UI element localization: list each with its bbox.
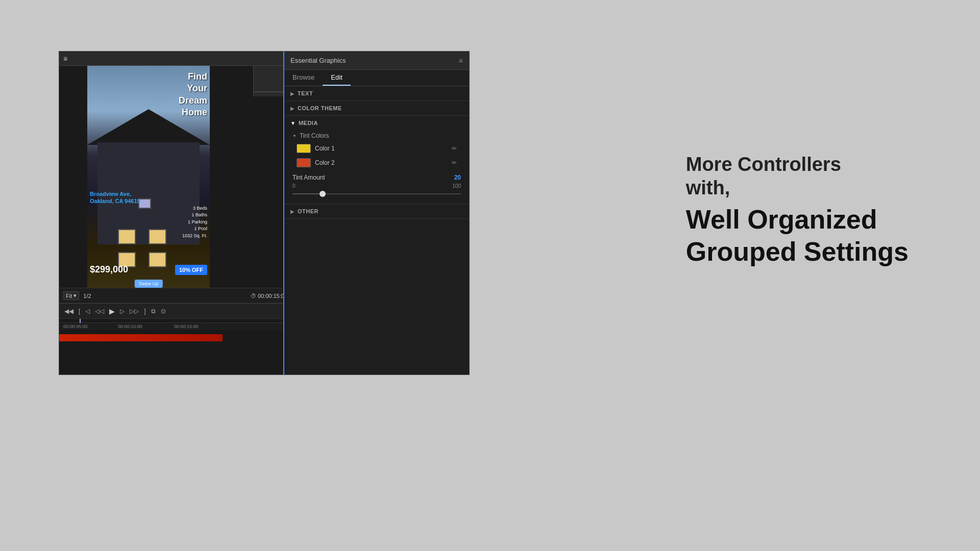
color-2-row: Color 2 ✏ xyxy=(284,156,469,170)
eg-body: ▶ TEXT ▶ COLOR THEME ▼ MEDIA ▼ Tint Colo xyxy=(284,86,469,374)
discount-badge: 10% OFF xyxy=(175,265,207,275)
section-color-theme[interactable]: ▶ COLOR THEME xyxy=(284,101,469,116)
tint-slider-fill xyxy=(292,193,323,194)
more-controllers-text: More Controllers with, xyxy=(686,153,909,199)
tint-slider-container xyxy=(292,190,461,197)
tint-colors-header[interactable]: ▼ Tint Colors xyxy=(284,130,469,141)
transport-mark-out[interactable]: ] xyxy=(143,307,146,316)
video-track[interactable] xyxy=(59,334,223,341)
property-info: Broadview Ave, Oakland, CA 94619 3 Beds … xyxy=(90,190,207,239)
timeline-controls: ◀◀ [ ◁ ◁◁ ▶ ▷ ▷▷ ] ⧉ ⊙ + xyxy=(59,304,291,319)
tint-colors-label: Tint Colors xyxy=(300,132,329,139)
transport-next-frame[interactable]: ▷ xyxy=(119,307,126,316)
transport-prev-frame[interactable]: ◁ xyxy=(84,307,91,316)
transport-fwd[interactable]: ▷▷ xyxy=(129,307,140,316)
swipe-up-button[interactable]: Swipe Up xyxy=(135,280,163,288)
right-text-panel: More Controllers with, Well Organized Gr… xyxy=(686,153,909,267)
transport-camera[interactable]: ⊙ xyxy=(160,307,167,316)
timeline-area: ◀◀ [ ◁ ◁◁ ▶ ▷ ▷▷ ] ⧉ ⊙ + xyxy=(59,303,291,374)
slider-range-row: 0 100 xyxy=(292,183,461,189)
section-text[interactable]: ▶ TEXT xyxy=(284,86,469,101)
frame-counter: 1/2 xyxy=(83,293,91,299)
playhead-marker xyxy=(80,319,81,323)
ruler-time-1: 00:00:05:00 xyxy=(63,324,88,329)
tint-colors-group: ▼ Tint Colors Color 1 ✏ Color 2 ✏ xyxy=(284,130,469,204)
section-other[interactable]: ▶ OTHER xyxy=(284,204,469,219)
tint-slider-thumb[interactable] xyxy=(320,191,326,197)
ruler-time-3: 00:00:15:00 xyxy=(174,324,199,329)
hamburger-icon[interactable]: ≡ xyxy=(63,55,67,63)
media-header[interactable]: ▼ MEDIA xyxy=(284,116,469,130)
section-media: ▼ MEDIA ▼ Tint Colors Color 1 ✏ xyxy=(284,116,469,204)
main-container: ≡ xyxy=(0,0,980,551)
transport-step-back[interactable]: ◀◀ xyxy=(63,307,75,316)
transport-back[interactable]: ◁◁ xyxy=(94,307,105,316)
timeline-tracks-area: 00:00:05:00 00:00:10:00 00:00:15:00 xyxy=(59,323,291,366)
essential-graphics-panel: Essential Graphics ≡ Browse Edit ▶ TEXT … xyxy=(283,51,470,375)
video-preview: Find Your Dream Home Broadview Ave, Oakl… xyxy=(59,66,291,288)
tint-amount-row: Tint Amount 20 xyxy=(292,174,461,181)
media-arrow: ▼ xyxy=(290,120,296,126)
property-details: 3 Beds 1 Baths 1 Parking 1 Pool 1032 Sq.… xyxy=(90,205,207,240)
eg-tabs: Browse Edit xyxy=(284,70,469,86)
tab-browse[interactable]: Browse xyxy=(284,70,323,86)
fit-dropdown[interactable]: Fit ▾ xyxy=(63,291,79,300)
property-bottom: $299,000 10% OFF xyxy=(90,264,207,275)
text-section-arrow: ▶ xyxy=(290,91,295,96)
color-2-swatch[interactable] xyxy=(297,158,311,167)
preview-controls: Fit ▾ 1/2 ⏱ 00:00:15:01 xyxy=(59,288,291,303)
timeline-playhead[interactable] xyxy=(59,319,291,323)
color-1-swatch[interactable] xyxy=(297,144,311,153)
tint-colors-arrow: ▼ xyxy=(292,134,297,138)
media-label: MEDIA xyxy=(299,120,318,126)
text-section-label: TEXT xyxy=(298,90,313,96)
eg-title: Essential Graphics xyxy=(290,57,346,64)
color-1-pencil[interactable]: ✏ xyxy=(452,145,457,152)
eg-menu-icon[interactable]: ≡ xyxy=(459,57,463,65)
transport-play[interactable]: ▶ xyxy=(108,306,116,316)
color-2-pencil[interactable]: ✏ xyxy=(452,159,457,166)
transport-mark-in[interactable]: [ xyxy=(78,307,81,316)
other-arrow: ▶ xyxy=(290,209,295,214)
color-1-row: Color 1 ✏ xyxy=(284,141,469,156)
preview-area: Find Your Dream Home Broadview Ave, Oakl… xyxy=(59,66,291,374)
find-text-overlay: Find Your Dream Home xyxy=(179,71,207,119)
color-theme-arrow: ▶ xyxy=(290,106,295,111)
slider-max-label: 100 xyxy=(452,183,461,189)
transport-copy[interactable]: ⧉ xyxy=(150,307,157,316)
timeline-ruler: 00:00:05:00 00:00:10:00 00:00:15:00 xyxy=(59,323,291,330)
slider-min-label: 0 xyxy=(292,183,296,189)
color-theme-label: COLOR THEME xyxy=(298,105,342,111)
color-2-label: Color 2 xyxy=(315,159,448,166)
property-address: Broadview Ave, Oakland, CA 94619 xyxy=(90,190,207,205)
eg-header: Essential Graphics ≡ xyxy=(284,52,469,70)
tint-slider-track[interactable] xyxy=(292,193,461,194)
house-image: Find Your Dream Home Broadview Ave, Oakl… xyxy=(87,66,210,288)
ruler-time-2: 00:00:10:00 xyxy=(118,324,142,329)
other-label: OTHER xyxy=(298,208,318,214)
tab-edit[interactable]: Edit xyxy=(323,70,350,86)
price-tag: $299,000 xyxy=(90,264,128,275)
timeline-container: 00:00:05:00 00:00:10:00 00:00:15:00 xyxy=(59,323,291,366)
timecode: ⏱ 00:00:15:01 xyxy=(251,293,287,299)
tint-amount-section: Tint Amount 20 0 100 xyxy=(284,170,469,202)
tint-amount-value: 20 xyxy=(454,174,461,181)
color-1-label: Color 1 xyxy=(315,145,448,152)
tint-amount-label: Tint Amount xyxy=(292,174,325,181)
well-organized-text: Well Organized Grouped Settings xyxy=(686,204,909,267)
